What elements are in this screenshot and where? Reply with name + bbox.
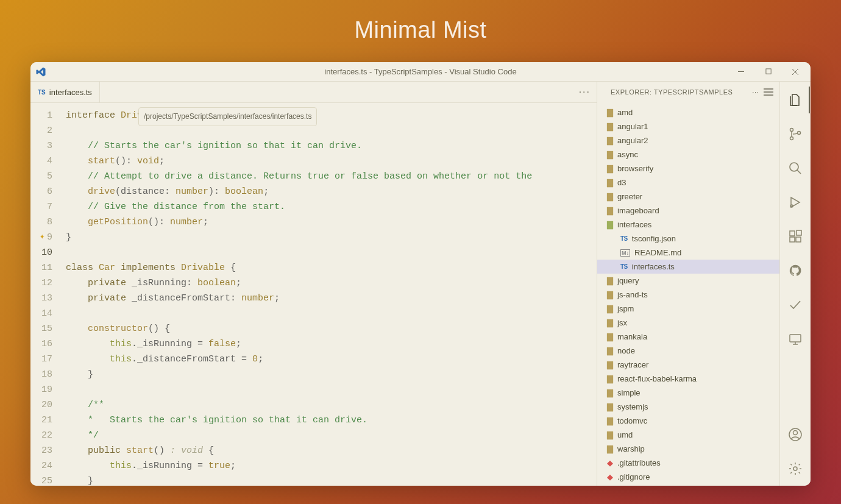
tree-item-todomvc[interactable]: ▇todomvc xyxy=(597,414,779,428)
tree-item-imageboard[interactable]: ▇imageboard xyxy=(597,204,779,218)
git-file-icon: ◆ xyxy=(607,472,613,481)
tree-label: raytracer xyxy=(617,360,648,369)
svg-rect-7 xyxy=(790,231,795,236)
vscode-window: interfaces.ts - TypeScriptSamples - Visu… xyxy=(30,62,811,486)
tree-item-jsandts[interactable]: ▇js-and-ts xyxy=(597,288,779,302)
tree-label: umd xyxy=(617,430,633,439)
run-debug-icon[interactable] xyxy=(781,191,810,213)
source-control-icon[interactable] xyxy=(781,123,810,145)
tree-item-angular1[interactable]: ▇angular1 xyxy=(597,119,779,133)
svg-rect-9 xyxy=(796,237,801,242)
editor[interactable]: 1234567891011121314151617181920212223242… xyxy=(30,103,597,486)
line-number: 23 xyxy=(41,443,52,458)
line-number: 19 xyxy=(41,382,52,397)
tree-item-greeter[interactable]: ▇greeter xyxy=(597,190,779,204)
folder-icon: ▇ xyxy=(607,165,613,172)
code-content[interactable]: interface Drivable { // Starts the car's… xyxy=(61,103,597,486)
svg-point-4 xyxy=(798,132,801,135)
tree-item-mankala[interactable]: ▇mankala xyxy=(597,330,779,344)
tree-item-umd[interactable]: ▇umd xyxy=(597,428,779,442)
line-number: 6 xyxy=(41,184,52,199)
line-number: 25 xyxy=(41,474,52,486)
settings-gear-icon[interactable] xyxy=(781,458,810,480)
tree-item-tsconfigjson[interactable]: TStsconfig.json xyxy=(597,232,779,246)
svg-rect-8 xyxy=(790,237,795,242)
tree-label: interfaces xyxy=(617,220,651,229)
folder-icon: ▇ xyxy=(607,361,613,369)
folder-icon: ▇ xyxy=(607,431,613,439)
editor-actions-icon[interactable]: ··· xyxy=(579,82,591,102)
tree-item-browserify[interactable]: ▇browserify xyxy=(597,161,779,176)
theme-title: Minimal Mist xyxy=(0,0,841,43)
check-icon[interactable] xyxy=(781,294,810,316)
maximize-button[interactable] xyxy=(757,63,780,80)
tree-item-interfacests[interactable]: TSinterfaces.ts xyxy=(597,260,779,274)
line-number: 17 xyxy=(41,352,52,367)
account-icon[interactable] xyxy=(781,424,810,445)
tree-item-jsx[interactable]: ▇jsx xyxy=(597,316,779,330)
close-button[interactable] xyxy=(784,63,807,80)
explorer-icon[interactable] xyxy=(781,89,810,111)
tree-item-gitignore[interactable]: ◆.gitignore xyxy=(597,470,779,484)
tree-item-async[interactable]: ▇async xyxy=(597,147,779,161)
line-number: 12 xyxy=(41,275,52,291)
remote-icon[interactable] xyxy=(781,328,810,350)
line-number: 4 xyxy=(41,154,52,169)
tree-item-reactfluxbabelkarma[interactable]: ▇react-flux-babel-karma xyxy=(597,372,779,386)
folder-icon: ▇ xyxy=(607,319,613,327)
tree-item-jquery[interactable]: ▇jquery xyxy=(597,274,779,288)
tree-item-gitattributes[interactable]: ◆.gitattributes xyxy=(597,456,779,470)
line-number: 22 xyxy=(41,428,52,443)
tree-item-jspm[interactable]: ▇jspm xyxy=(597,302,779,316)
more-icon[interactable]: ··· xyxy=(752,88,759,96)
extensions-icon[interactable] xyxy=(781,225,810,247)
svg-point-14 xyxy=(793,467,797,470)
line-number: 1 xyxy=(41,108,52,123)
explorer-sidebar: EXPLORER: TYPESCRIPTSAMPLES ··· ▇amd▇ang… xyxy=(597,82,780,486)
svg-point-5 xyxy=(790,163,798,171)
folder-icon: ▇ xyxy=(607,333,613,341)
tree-item-simple[interactable]: ▇simple xyxy=(597,386,779,400)
tree-item-interfaces[interactable]: ▇interfaces xyxy=(597,218,779,232)
tree-label: greeter xyxy=(617,192,642,201)
tree-label: todomvc xyxy=(617,416,647,425)
line-number: 16 xyxy=(41,336,52,352)
tree-label: react-flux-babel-karma xyxy=(617,374,697,383)
folder-icon: ▇ xyxy=(607,305,613,313)
ts-file-icon: TS xyxy=(620,235,628,242)
tree-label: .gitattributes xyxy=(617,458,661,467)
breadcrumb[interactable]: /projects/TypeScriptSamples/interfaces/i… xyxy=(138,107,317,126)
tree-item-raytracer[interactable]: ▇raytracer xyxy=(597,358,779,372)
tree-item-d3[interactable]: ▇d3 xyxy=(597,176,779,190)
file-tree[interactable]: ▇amd▇angular1▇angular2▇async▇browserify▇… xyxy=(597,103,779,486)
svg-point-13 xyxy=(793,431,798,435)
editor-group: TS interfaces.ts ··· 1234567891011121314… xyxy=(30,82,597,486)
github-icon[interactable] xyxy=(781,260,810,282)
ts-file-icon: TS xyxy=(620,263,628,270)
search-icon[interactable] xyxy=(781,157,810,179)
tabbar: TS interfaces.ts ··· xyxy=(30,82,597,103)
svg-rect-1 xyxy=(765,69,770,74)
folder-icon: ▇ xyxy=(607,193,613,201)
folder-icon: ▇ xyxy=(607,137,613,144)
tree-label: jspm xyxy=(617,304,634,313)
tree-item-systemjs[interactable]: ▇systemjs xyxy=(597,400,779,414)
folder-open-icon: ▇ xyxy=(607,220,613,229)
line-number: 7 xyxy=(41,199,52,215)
tab-interfaces[interactable]: TS interfaces.ts xyxy=(30,82,100,102)
tree-label: node xyxy=(617,346,635,355)
tree-item-angular2[interactable]: ▇angular2 xyxy=(597,133,779,147)
tree-label: imageboard xyxy=(617,206,659,215)
vscode-logo-icon xyxy=(30,66,51,77)
svg-point-2 xyxy=(790,129,793,132)
folder-icon: ▇ xyxy=(607,122,613,130)
svg-point-3 xyxy=(790,137,793,140)
tree-item-warship[interactable]: ▇warship xyxy=(597,442,779,456)
tree-item-node[interactable]: ▇node xyxy=(597,344,779,358)
tree-label: interfaces.ts xyxy=(632,262,675,271)
menu-icon[interactable] xyxy=(764,88,773,96)
tree-item-amd[interactable]: ▇amd xyxy=(597,105,779,119)
tree-item-READMEmd[interactable]: M↓README.md xyxy=(597,246,779,260)
line-number: 15 xyxy=(41,321,52,336)
minimize-button[interactable] xyxy=(730,63,753,80)
